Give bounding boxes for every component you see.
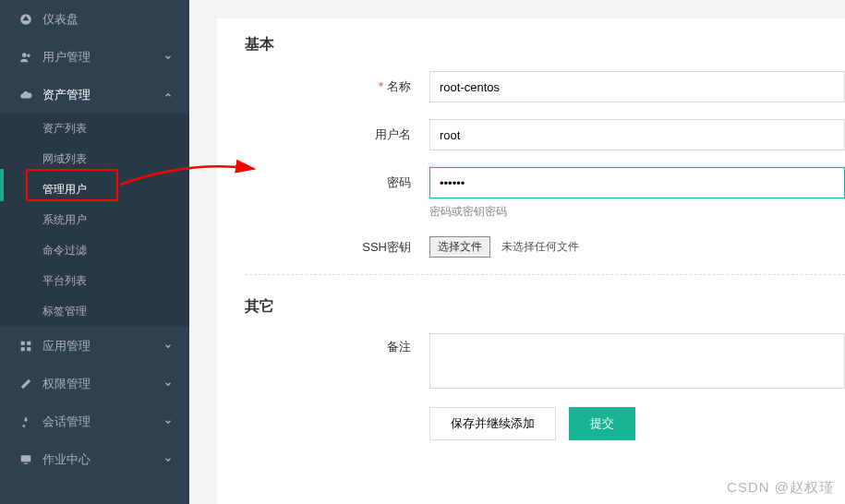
username-label: 用户名 xyxy=(245,126,429,143)
sidebar-item-admin-user[interactable]: 管理用户 xyxy=(0,174,189,205)
sidebar-label: 系统用户 xyxy=(42,212,87,228)
sidebar-submenu-assets: 资产列表 网域列表 管理用户 系统用户 命令过滤 平台列表 标签管理 xyxy=(0,114,189,327)
sidebar-item-jobs[interactable]: 作业中心 xyxy=(0,440,189,478)
chevron-down-icon xyxy=(163,417,173,426)
sidebar-item-dashboard[interactable]: 仪表盘 xyxy=(0,0,189,38)
section-other-title: 其它 xyxy=(245,297,845,317)
svg-rect-5 xyxy=(27,347,30,351)
sidebar-item-platform-list[interactable]: 平台列表 xyxy=(0,266,189,296)
sidebar-item-command-filter[interactable]: 命令过滤 xyxy=(0,235,189,266)
sidebar-item-tag-manage[interactable]: 标签管理 xyxy=(0,296,189,327)
chevron-up-icon xyxy=(163,90,173,100)
sidebar-label: 用户管理 xyxy=(42,49,91,66)
chevron-down-icon xyxy=(163,455,173,464)
sidebar-label: 作业中心 xyxy=(42,451,91,468)
edit-icon xyxy=(18,377,33,391)
sidebar-item-asset-list[interactable]: 资产列表 xyxy=(0,114,189,144)
remark-input[interactable] xyxy=(429,333,845,389)
submit-button[interactable]: 提交 xyxy=(569,407,635,440)
sidebar-item-sessions[interactable]: 会话管理 xyxy=(0,402,189,440)
svg-point-1 xyxy=(27,54,30,57)
remark-label: 备注 xyxy=(245,333,429,355)
monitor-icon xyxy=(18,452,33,467)
sshkey-label: SSH密钥 xyxy=(245,239,429,256)
svg-rect-2 xyxy=(21,341,25,344)
cloud-icon xyxy=(18,88,33,102)
chevron-down-icon xyxy=(163,379,173,389)
sidebar-item-domain-list[interactable]: 网域列表 xyxy=(0,144,189,174)
password-help: 密码或密钥密码 xyxy=(429,204,845,220)
users-icon xyxy=(18,50,33,65)
section-divider xyxy=(245,274,845,275)
password-label: 密码 xyxy=(245,174,429,191)
password-input[interactable] xyxy=(429,167,845,198)
file-select-button[interactable]: 选择文件 xyxy=(429,236,490,258)
svg-rect-3 xyxy=(27,341,30,344)
file-status-text: 未选择任何文件 xyxy=(501,240,579,253)
sidebar: 仪表盘 用户管理 资产管理 资产列表 网域列表 管理用户 系统用户 命令过滤 平… xyxy=(0,0,189,504)
save-continue-button[interactable]: 保存并继续添加 xyxy=(429,407,556,440)
sidebar-label: 资产管理 xyxy=(42,87,91,103)
username-input[interactable] xyxy=(429,119,845,150)
sidebar-label: 会话管理 xyxy=(42,414,91,430)
svg-rect-4 xyxy=(21,347,25,351)
svg-rect-6 xyxy=(21,455,31,462)
rocket-icon xyxy=(18,414,33,429)
dashboard-icon xyxy=(18,12,33,27)
sidebar-label: 平台列表 xyxy=(42,273,87,289)
chevron-down-icon xyxy=(163,342,173,351)
name-label: *名称 xyxy=(245,78,429,95)
sidebar-label: 网域列表 xyxy=(42,151,87,167)
chevron-down-icon xyxy=(163,53,173,62)
section-basic-title: 基本 xyxy=(245,35,845,54)
sidebar-label: 仪表盘 xyxy=(42,11,78,28)
sidebar-label: 命令过滤 xyxy=(42,243,87,258)
sidebar-label: 应用管理 xyxy=(42,338,91,354)
svg-point-0 xyxy=(22,53,27,57)
sidebar-label: 管理用户 xyxy=(42,182,87,198)
sidebar-item-assets[interactable]: 资产管理 xyxy=(0,76,189,114)
grid-icon xyxy=(18,339,33,354)
sidebar-item-apps[interactable]: 应用管理 xyxy=(0,327,189,365)
sidebar-label: 权限管理 xyxy=(42,376,91,392)
name-input[interactable] xyxy=(429,71,845,102)
main-content: 基本 *名称 用户名 密码 密码或密钥密码 SSH密钥 选择文件 未选择任何文件… xyxy=(217,18,845,504)
sidebar-item-perms[interactable]: 权限管理 xyxy=(0,365,189,402)
sidebar-item-system-user[interactable]: 系统用户 xyxy=(0,205,189,235)
sidebar-label: 标签管理 xyxy=(42,304,87,319)
sidebar-item-users[interactable]: 用户管理 xyxy=(0,38,189,76)
sidebar-label: 资产列表 xyxy=(42,121,87,137)
watermark: CSDN @赵权瑾 xyxy=(727,479,834,497)
